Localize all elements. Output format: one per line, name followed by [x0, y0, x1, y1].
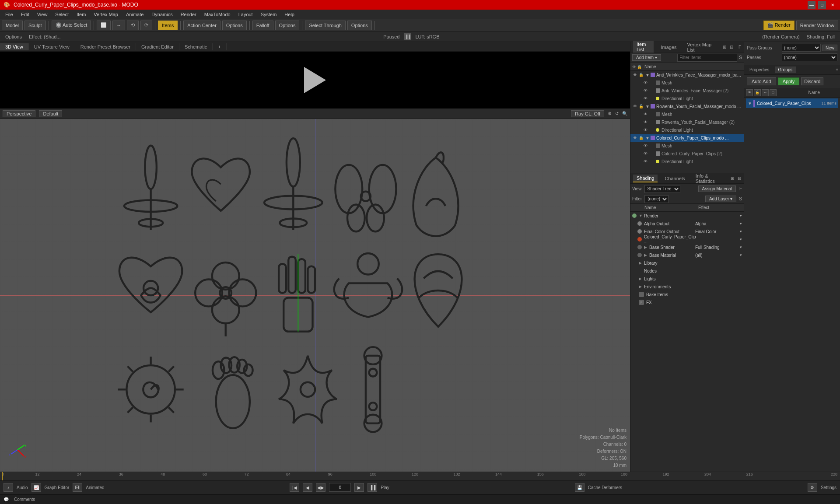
- list-item[interactable]: 👁 Mesh: [630, 79, 744, 87]
- list-item[interactable]: 👁 Directional Light: [630, 158, 744, 165]
- expand-arrow[interactable]: ▶: [639, 284, 643, 289]
- assign-material-button[interactable]: Assign Material: [698, 186, 736, 192]
- ray-gl-label[interactable]: Ray GL: Off: [571, 110, 604, 117]
- menu-layout[interactable]: Layout: [235, 11, 256, 18]
- dropdown-icon[interactable]: ▾: [740, 245, 742, 249]
- shader-row[interactable]: Colored_Curly_Paper_Clip ... ▾: [630, 235, 744, 243]
- transform2-button[interactable]: ↔: [112, 21, 125, 30]
- new-button[interactable]: New: [822, 45, 837, 51]
- tab-info-statistics[interactable]: Info & Statistics: [692, 172, 724, 185]
- tab-uv-texture[interactable]: UV Texture View: [29, 43, 75, 50]
- visibility-dot[interactable]: [637, 237, 642, 242]
- menu-edit[interactable]: Edit: [18, 11, 33, 18]
- eye-icon[interactable]: 👁: [643, 80, 648, 85]
- list-item[interactable]: 👁 Directional Light: [630, 126, 744, 134]
- tab-3d-view[interactable]: 3D View: [0, 43, 29, 50]
- panel-icon-2[interactable]: ⊟: [730, 45, 733, 49]
- tab-add[interactable]: +: [213, 43, 226, 50]
- menu-system[interactable]: System: [257, 11, 280, 18]
- perspective-label[interactable]: Perspective: [3, 110, 35, 117]
- titlebar-controls[interactable]: — □ ✕: [808, 1, 836, 9]
- menu-vertex-map[interactable]: Vertex Map: [90, 11, 122, 18]
- dropdown-icon[interactable]: ▾: [740, 253, 742, 257]
- group-tool-icon1[interactable]: 👁: [746, 89, 753, 96]
- eye-icon[interactable]: 👁: [643, 119, 648, 125]
- frame-input[interactable]: [329, 483, 351, 492]
- transform4-button[interactable]: ⟳: [140, 21, 152, 30]
- list-item[interactable]: 👁 Mesh: [630, 142, 744, 150]
- expand-arrow[interactable]: ▶: [644, 245, 648, 249]
- eye-icon[interactable]: 👁: [643, 143, 648, 148]
- panel-icon-f[interactable]: F: [738, 45, 741, 49]
- menu-item[interactable]: Item: [73, 11, 89, 18]
- cache-deformers-button[interactable]: 💾: [575, 483, 584, 492]
- group-item-selected[interactable]: ▼ Colored_Curly_Paper_Clips 11 Items: [746, 98, 838, 108]
- menu-maxtomodo[interactable]: MaxToModo: [201, 11, 234, 18]
- maximize-button[interactable]: □: [818, 1, 826, 9]
- audio-button[interactable]: ♪: [4, 483, 13, 492]
- minimize-button[interactable]: —: [808, 1, 816, 9]
- shader-row[interactable]: ▼ Render ▾: [630, 212, 744, 220]
- list-item[interactable]: 👁 Directional Light: [630, 94, 744, 102]
- shading-icon2[interactable]: ⊟: [738, 176, 741, 181]
- goto-start-button[interactable]: |◀: [290, 483, 299, 492]
- sculpt-button[interactable]: Sculpt: [24, 21, 46, 30]
- item-list-content[interactable]: 👁 🔒 ▼ Anti_Wrinkles_Face_Massager_modo_b…: [630, 71, 744, 173]
- expand-arrow[interactable]: ▼: [645, 104, 651, 109]
- visibility-dot[interactable]: [632, 214, 637, 218]
- menu-view[interactable]: View: [34, 11, 51, 18]
- expand-arrow[interactable]: ▶: [644, 253, 648, 257]
- action-center-button[interactable]: Action Center: [183, 21, 220, 30]
- shader-row[interactable]: ▶ Lights: [630, 275, 744, 283]
- tab-gradient-editor[interactable]: Gradient Editor: [136, 43, 179, 50]
- tab-images[interactable]: Images: [657, 44, 680, 51]
- graph-editor-button[interactable]: 📈: [32, 483, 41, 492]
- list-item[interactable]: 👁 Colored_Curly_Paper_Clips (2): [630, 150, 744, 158]
- shader-row[interactable]: ▶ Base Shader Full Shading ▾: [630, 243, 744, 251]
- tab-channels[interactable]: Channels: [661, 175, 688, 182]
- group-tool-icon3[interactable]: ↔: [762, 89, 769, 96]
- tab-properties[interactable]: Properties: [746, 66, 773, 73]
- tab-schematic[interactable]: Schematic: [179, 43, 213, 50]
- play-stop-button[interactable]: ▐▐: [368, 483, 377, 492]
- shading-icon1[interactable]: ⊞: [731, 176, 734, 181]
- select-through-button[interactable]: Select Through: [305, 21, 345, 30]
- tab-render-preset[interactable]: Render Preset Browser: [75, 43, 136, 50]
- expand-arrow[interactable]: ▶: [639, 276, 643, 281]
- menu-render[interactable]: Render: [177, 11, 200, 18]
- eye-icon[interactable]: 👁: [643, 88, 648, 93]
- shader-row[interactable]: ▶ Library: [630, 259, 744, 267]
- filter-select[interactable]: (none): [644, 195, 668, 203]
- play-button[interactable]: [304, 67, 326, 93]
- transform3-button[interactable]: ⟲: [127, 21, 139, 30]
- playhead[interactable]: [2, 472, 3, 480]
- menu-animate[interactable]: Animate: [122, 11, 147, 18]
- menu-select[interactable]: Select: [52, 11, 72, 18]
- shader-row[interactable]: F FX: [630, 298, 744, 306]
- shader-row[interactable]: ▶ Environments: [630, 283, 744, 290]
- dropdown-icon[interactable]: ▾: [740, 229, 742, 234]
- group-expand-arrow[interactable]: ▼: [748, 101, 752, 106]
- play-back-button[interactable]: ◀▶: [316, 483, 326, 492]
- transform1-button[interactable]: ⬜: [97, 21, 111, 30]
- group-tool-icon4[interactable]: □: [770, 89, 777, 96]
- discard-button[interactable]: Discard: [801, 77, 823, 85]
- expand-arrow[interactable]: ▶: [639, 261, 643, 265]
- prev-frame-button[interactable]: ◀: [303, 483, 312, 492]
- shader-row[interactable]: Bake Items: [630, 290, 744, 298]
- dropdown-icon[interactable]: ▾: [740, 221, 742, 226]
- menu-dynamics[interactable]: Dynamics: [148, 11, 176, 18]
- shader-tree-select[interactable]: Shader Tree: [644, 185, 680, 193]
- list-item[interactable]: 👁 Rowenta_Youth_Facial_Massager (2): [630, 118, 744, 126]
- panel-icon-1[interactable]: ⊞: [723, 45, 726, 49]
- settings-button[interactable]: ⚙: [808, 483, 817, 492]
- eye-icon[interactable]: 👁: [643, 112, 648, 117]
- tab-vertex-map-list[interactable]: Vertex Map List: [684, 41, 716, 53]
- visibility-dot[interactable]: [637, 229, 642, 234]
- close-button[interactable]: ✕: [829, 1, 836, 9]
- eye-icon[interactable]: 👁: [632, 135, 637, 140]
- falloff-button[interactable]: Falloff: [252, 21, 273, 30]
- render-window-button[interactable]: Render Window: [796, 21, 838, 30]
- eye-icon[interactable]: 👁: [643, 151, 648, 156]
- default-label[interactable]: Default: [39, 110, 62, 117]
